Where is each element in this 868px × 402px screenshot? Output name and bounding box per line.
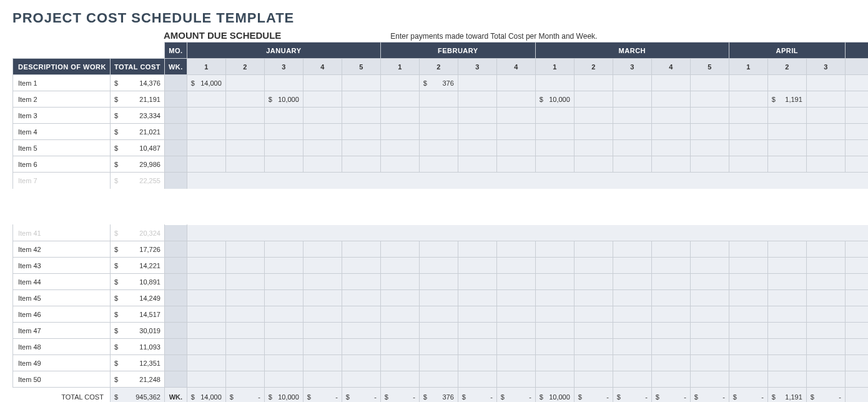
payment-cell[interactable] — [806, 91, 845, 108]
payment-cell[interactable] — [613, 108, 651, 124]
item-name[interactable]: Item 1 — [13, 75, 111, 91]
payment-cell[interactable] — [225, 156, 264, 173]
payment-cell[interactable] — [574, 306, 613, 323]
payment-cell[interactable] — [535, 339, 574, 355]
item-name[interactable]: Item 3 — [13, 108, 111, 124]
payment-cell[interactable] — [458, 323, 496, 339]
payment-cell[interactable] — [574, 241, 613, 258]
payment-cell[interactable] — [187, 91, 225, 108]
payment-cell[interactable] — [651, 355, 690, 371]
item-total[interactable]: $29,986 — [110, 156, 164, 173]
item-name[interactable]: Item 2 — [13, 91, 111, 108]
payment-cell[interactable] — [613, 323, 651, 339]
payment-cell[interactable] — [535, 140, 574, 156]
payment-cell[interactable] — [225, 339, 264, 355]
payment-cell[interactable] — [806, 258, 845, 274]
payment-cell[interactable] — [458, 75, 496, 91]
payment-cell[interactable] — [380, 306, 419, 323]
payment-cell[interactable] — [303, 75, 342, 91]
payment-cell[interactable] — [535, 274, 574, 290]
payment-cell[interactable] — [303, 355, 342, 371]
payment-cell[interactable] — [225, 323, 264, 339]
payment-cell[interactable] — [767, 75, 806, 91]
payment-cell[interactable] — [574, 140, 613, 156]
payment-cell[interactable] — [380, 323, 419, 339]
item-total[interactable]: $21,191 — [110, 91, 164, 108]
payment-cell[interactable] — [690, 306, 729, 323]
payment-cell[interactable] — [264, 108, 303, 124]
payment-cell[interactable] — [651, 241, 690, 258]
payment-cell[interactable] — [690, 140, 729, 156]
payment-cell[interactable] — [458, 124, 496, 140]
item-name[interactable]: Item 46 — [13, 306, 111, 323]
payment-cell[interactable] — [303, 140, 342, 156]
payment-cell[interactable] — [419, 108, 458, 124]
payment-cell[interactable] — [225, 306, 264, 323]
item-total[interactable]: $14,517 — [110, 306, 164, 323]
payment-cell[interactable] — [187, 290, 225, 306]
payment-cell[interactable] — [574, 75, 613, 91]
payment-cell[interactable] — [729, 371, 767, 388]
payment-cell[interactable] — [535, 290, 574, 306]
item-name[interactable]: Item 50 — [13, 371, 111, 388]
payment-cell[interactable] — [729, 290, 767, 306]
payment-cell[interactable] — [303, 339, 342, 355]
payment-cell[interactable] — [806, 274, 845, 290]
payment-cell[interactable] — [225, 274, 264, 290]
payment-cell[interactable] — [729, 91, 767, 108]
payment-cell[interactable] — [380, 124, 419, 140]
payment-cell[interactable] — [690, 258, 729, 274]
payment-cell[interactable] — [342, 355, 380, 371]
payment-cell[interactable] — [303, 371, 342, 388]
payment-cell[interactable] — [342, 140, 380, 156]
payment-cell[interactable] — [264, 241, 303, 258]
payment-cell[interactable] — [651, 91, 690, 108]
item-total[interactable]: $11,093 — [110, 339, 164, 355]
payment-cell[interactable] — [496, 290, 535, 306]
payment-cell[interactable] — [613, 355, 651, 371]
payment-cell[interactable] — [225, 91, 264, 108]
payment-cell[interactable] — [303, 306, 342, 323]
payment-cell[interactable] — [651, 306, 690, 323]
payment-cell[interactable] — [419, 241, 458, 258]
payment-cell[interactable] — [535, 306, 574, 323]
payment-cell[interactable] — [690, 323, 729, 339]
payment-cell[interactable] — [458, 108, 496, 124]
payment-cell[interactable] — [729, 258, 767, 274]
payment-cell[interactable] — [419, 274, 458, 290]
payment-cell[interactable] — [458, 339, 496, 355]
payment-cell[interactable] — [535, 355, 574, 371]
payment-cell[interactable] — [806, 140, 845, 156]
payment-cell[interactable] — [613, 140, 651, 156]
item-total[interactable]: $14,221 — [110, 258, 164, 274]
payment-cell[interactable] — [303, 274, 342, 290]
payment-cell[interactable] — [767, 306, 806, 323]
payment-cell[interactable] — [187, 124, 225, 140]
payment-cell[interactable] — [419, 306, 458, 323]
payment-cell[interactable] — [264, 306, 303, 323]
payment-cell[interactable] — [458, 241, 496, 258]
payment-cell[interactable] — [729, 306, 767, 323]
payment-cell[interactable] — [806, 75, 845, 91]
payment-cell[interactable] — [651, 274, 690, 290]
payment-cell[interactable] — [187, 274, 225, 290]
payment-cell[interactable] — [303, 290, 342, 306]
payment-cell[interactable] — [187, 339, 225, 355]
payment-cell[interactable] — [303, 156, 342, 173]
payment-cell[interactable] — [419, 156, 458, 173]
payment-cell[interactable] — [806, 339, 845, 355]
payment-cell[interactable] — [729, 339, 767, 355]
payment-cell[interactable] — [690, 274, 729, 290]
payment-cell[interactable] — [380, 140, 419, 156]
payment-cell[interactable] — [458, 91, 496, 108]
payment-cell[interactable] — [187, 156, 225, 173]
payment-cell[interactable] — [535, 371, 574, 388]
payment-cell[interactable] — [187, 371, 225, 388]
payment-cell[interactable] — [806, 306, 845, 323]
payment-cell[interactable] — [806, 355, 845, 371]
payment-cell[interactable] — [225, 75, 264, 91]
payment-cell[interactable] — [225, 371, 264, 388]
payment-cell[interactable] — [496, 274, 535, 290]
payment-cell[interactable] — [613, 124, 651, 140]
payment-cell[interactable] — [574, 371, 613, 388]
